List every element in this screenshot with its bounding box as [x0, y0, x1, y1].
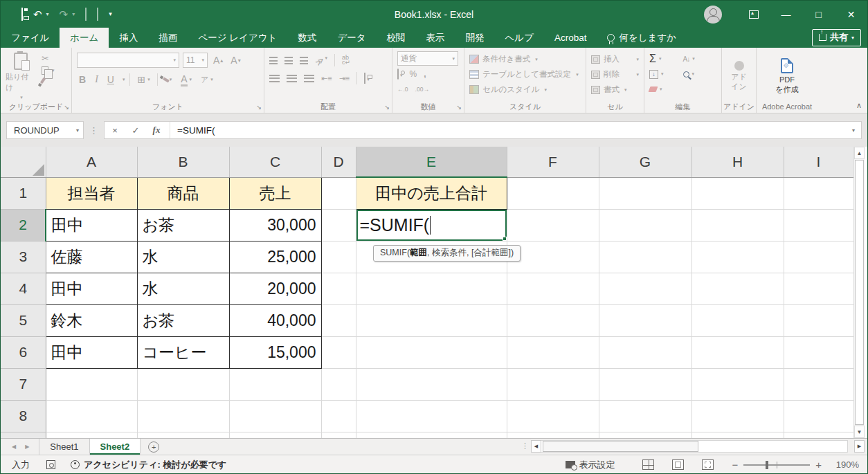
cell-I8[interactable] [784, 400, 853, 432]
font-name-combobox[interactable]: ▾ [77, 53, 179, 68]
column-header-B[interactable]: B [137, 147, 229, 177]
cell-C3[interactable]: 25,000 [229, 241, 321, 273]
cell-B5[interactable]: お茶 [137, 304, 229, 336]
cell-F2[interactable] [507, 209, 599, 241]
cell-F7[interactable] [507, 368, 599, 400]
redo-button[interactable]: ↷ [60, 9, 69, 19]
delete-cells-button[interactable]: 削除▾ [591, 67, 639, 82]
align-right-button[interactable] [304, 75, 314, 82]
merge-center-button[interactable]: ▾ [364, 73, 370, 83]
vertical-scrollbar-thumb[interactable] [855, 160, 864, 425]
undo-button[interactable]: ↶ [33, 9, 42, 19]
row-header-3[interactable]: 3 [1, 241, 46, 273]
previous-sheet-arrow-icon[interactable]: ◀ [12, 444, 16, 450]
cancel-entry-button[interactable]: × [105, 125, 125, 136]
share-button[interactable]: 共有 ▾ [812, 29, 861, 46]
format-cells-button[interactable]: 書式▾ [591, 82, 639, 97]
document-button[interactable] [85, 8, 87, 21]
cell-F6[interactable] [507, 336, 599, 368]
cell-C7[interactable] [229, 368, 321, 400]
cell-H7[interactable] [691, 368, 784, 400]
cell-B9[interactable] [137, 432, 229, 438]
percent-style-button[interactable]: % [410, 69, 417, 79]
align-left-button[interactable] [269, 75, 280, 82]
cell-B4[interactable]: 水 [137, 273, 229, 304]
zoom-out-button[interactable]: − [732, 459, 738, 471]
comma-style-button[interactable]: , [424, 69, 426, 79]
cell-A1[interactable]: 担当者 [46, 177, 137, 209]
tab-acrobat[interactable]: Acrobat [544, 28, 597, 48]
cell-H5[interactable] [691, 304, 784, 336]
decrease-decimal-button[interactable]: .00→ [415, 86, 429, 93]
account-avatar[interactable] [704, 6, 722, 24]
cell-A6[interactable]: 田中 [46, 336, 137, 368]
zoom-level[interactable]: 190% [831, 459, 859, 470]
column-header-H[interactable]: H [691, 147, 784, 177]
create-pdf-button[interactable]: PDFを作成 [775, 75, 798, 95]
column-header-C[interactable]: C [229, 147, 321, 177]
cell-G4[interactable] [599, 273, 691, 304]
cell-B6[interactable]: コーヒー [137, 336, 229, 368]
cell-E9[interactable] [356, 432, 507, 438]
alignment-dialog-launcher[interactable]: ↘ [384, 104, 390, 111]
increase-decimal-button[interactable]: ←.0 [397, 86, 408, 93]
collapse-ribbon-button[interactable]: ∧ [856, 101, 862, 110]
cell-G5[interactable] [599, 304, 691, 336]
copy-button[interactable]: ▾ [42, 66, 55, 75]
cell-I5[interactable] [784, 304, 853, 336]
cell-I9[interactable] [784, 432, 853, 438]
cell-E6[interactable] [356, 336, 507, 368]
expand-formula-bar-button[interactable]: ▾ [852, 127, 861, 134]
cell-E2-editing[interactable]: =SUMIF( [356, 209, 507, 241]
column-header-A[interactable]: A [46, 147, 137, 177]
tab-draw[interactable]: 描画 [148, 28, 188, 48]
cell-A5[interactable]: 鈴木 [46, 304, 137, 336]
cell-B8[interactable] [137, 400, 229, 432]
cell-C5[interactable]: 40,000 [229, 304, 321, 336]
autosum-button[interactable]: Σ▾ [649, 53, 683, 65]
tab-data[interactable]: データ [327, 28, 376, 48]
row-header-4[interactable]: 4 [1, 273, 46, 304]
ribbon-display-options-button[interactable] [737, 1, 770, 28]
cell-E8[interactable] [356, 400, 507, 432]
name-box[interactable]: ROUNDUP ▾ [6, 121, 84, 139]
cell-I2[interactable] [784, 209, 853, 241]
align-middle-button[interactable] [284, 57, 293, 64]
normal-view-button[interactable] [642, 459, 654, 470]
underline-chevron-icon[interactable]: ▾ [123, 77, 125, 82]
cell-F4[interactable] [507, 273, 599, 304]
tab-file[interactable]: ファイル [1, 28, 60, 48]
cell-F1[interactable] [507, 177, 599, 209]
sheet-tab-sheet1[interactable]: Sheet1 [39, 439, 89, 455]
column-header-G[interactable]: G [599, 147, 691, 177]
cell-D4[interactable] [321, 273, 356, 304]
zoom-slider[interactable] [743, 464, 810, 466]
cell-A2[interactable]: 田中 [46, 209, 137, 241]
cell-A9[interactable] [46, 432, 137, 438]
page-break-preview-button[interactable] [702, 459, 714, 470]
row-header-5[interactable]: 5 [1, 304, 46, 336]
decrease-indent-button[interactable]: ⇤≡ [321, 74, 332, 83]
column-header-E-selected[interactable]: E [356, 147, 507, 177]
cell-D8[interactable] [321, 400, 356, 432]
cell-H1[interactable] [691, 177, 784, 209]
tab-help[interactable]: ヘルプ [495, 28, 544, 48]
cell-C9[interactable] [229, 432, 321, 438]
undo-chevron-icon[interactable]: ▾ [46, 11, 49, 17]
font-size-combobox[interactable]: 11▾ [183, 53, 208, 68]
cell-F8[interactable] [507, 400, 599, 432]
cell-H8[interactable] [691, 400, 784, 432]
font-dialog-launcher[interactable]: ↘ [256, 104, 262, 111]
cell-E5[interactable] [356, 304, 507, 336]
cell-F9[interactable] [507, 432, 599, 438]
next-sheet-arrow-icon[interactable]: ▶ [25, 444, 29, 450]
tab-formulas[interactable]: 数式 [287, 28, 327, 48]
cell-B1[interactable]: 商品 [137, 177, 229, 209]
find-select-button[interactable]: ▾ [683, 71, 717, 78]
paste-button[interactable]: 貼り付け ▾ [6, 51, 36, 101]
cell-C1[interactable]: 売上 [229, 177, 321, 209]
select-all-corner[interactable] [1, 147, 46, 177]
formula-input[interactable]: =SUMIF( [173, 125, 215, 136]
cell-D2[interactable] [321, 209, 356, 241]
align-bottom-button[interactable] [300, 57, 308, 64]
